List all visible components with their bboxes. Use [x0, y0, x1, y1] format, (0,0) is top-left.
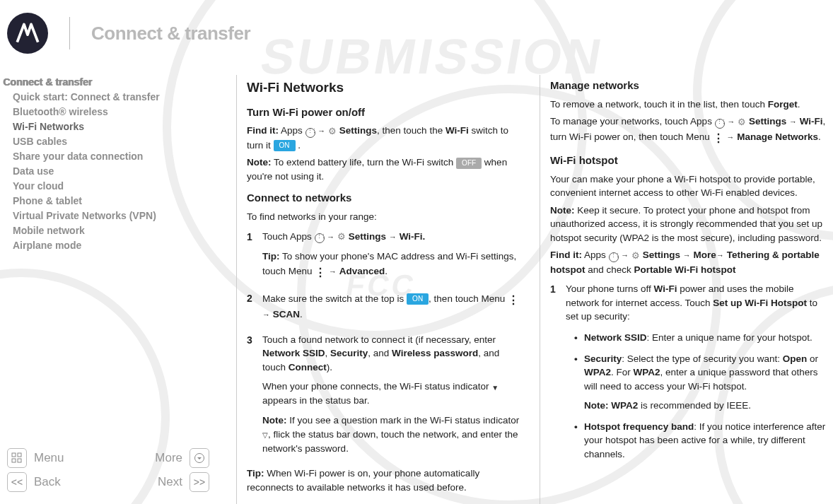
svg-rect-0 [12, 453, 16, 457]
svg-rect-3 [18, 459, 21, 462]
col1-li3-note: Note: If you see a question mark in the … [262, 414, 523, 455]
content-column-1: Wi-Fi Networks Turn Wi-Fi power on/off F… [247, 75, 530, 504]
sidebar-item-cloud[interactable]: Your cloud [3, 179, 219, 194]
sidebar-item-usb[interactable]: USB cables [3, 134, 219, 149]
sidebar-item-vpn[interactable]: Virtual Private Networks (VPN) [3, 209, 219, 223]
sidebar-item-phonetablet[interactable]: Phone & tablet [3, 194, 219, 209]
col1-sub2: Connect to networks [247, 190, 523, 206]
apps-icon [715, 119, 725, 129]
col1-sub1: Turn Wi-Fi power on/off [247, 105, 523, 120]
col2-p5: Find it: Apps Settings More Tethering & … [550, 248, 826, 276]
svg-rect-1 [18, 453, 21, 457]
off-pill: OFF [456, 158, 482, 169]
col2-p2: To manage your networks, touch Apps Sett… [550, 115, 826, 146]
sidebar-item-airplane[interactable]: Airplane mode [3, 238, 219, 253]
apps-icon [609, 252, 619, 262]
col2-p3: Your can make your phone a Wi-Fi hotspot… [550, 172, 826, 200]
sidebar-top-link[interactable]: Connect & transfer [3, 75, 219, 90]
col2-h3a: Manage networks [550, 78, 826, 93]
motorola-logo [7, 13, 48, 54]
sidebar-item-mobile[interactable]: Mobile network [3, 223, 219, 238]
col1-tip2: Tip: When Wi-Fi power is on, your phone … [247, 467, 523, 494]
col1-note1: Note: To extend battery life, turn the W… [247, 156, 523, 183]
wifi-icon [491, 380, 499, 394]
next-icon[interactable]: >> [190, 472, 209, 492]
col1-intro: To find networks in your range: [247, 210, 523, 224]
col2-p1: To remove a network, touch it in the lis… [550, 98, 826, 112]
gear-icon [631, 249, 640, 263]
gear-icon [738, 115, 746, 129]
nav-next-label[interactable]: Next [158, 475, 182, 489]
col1-findit: Find it: Apps Settings, then touch the W… [247, 124, 523, 152]
svg-rect-2 [12, 459, 16, 462]
col1-heading: Wi-Fi Networks [247, 78, 523, 98]
col2-li1: Your phone turns off Wi-Fi power and use… [566, 282, 826, 324]
on-pill: ON [407, 293, 429, 305]
sidebar-item-wifi[interactable]: Wi-Fi Networks [3, 119, 219, 134]
menu-dots-icon [713, 129, 724, 146]
nav-back-label[interactable]: Back [34, 475, 61, 489]
col2-h3b: Wi-Fi hotspot [550, 153, 826, 168]
col1-li2: Make sure the switch at the top is ON, t… [262, 291, 523, 322]
col2-bullet1: Network SSID: Enter a unique name for yo… [574, 331, 826, 345]
back-icon[interactable]: << [7, 472, 27, 492]
menu-icon[interactable] [7, 448, 27, 468]
sidebar-item-datause[interactable]: Data use [3, 164, 219, 179]
col1-li3-p2: When your phone connects, the Wi-Fi stat… [262, 380, 523, 408]
col2-p4: Note: Keep it secure. To protect your ph… [550, 204, 826, 245]
gear-icon [328, 124, 337, 139]
content-column-2: Manage networks To remove a network, tou… [550, 75, 833, 504]
col2-bullet3: Hotspot frequency band: If you notice in… [574, 420, 826, 462]
col2-bullet2: Security: Select the type of security yo… [574, 352, 826, 413]
menu-dots-icon [315, 264, 326, 280]
sidebar-item-share[interactable]: Share your data connection [3, 149, 219, 164]
on-pill: ON [274, 140, 296, 151]
nav-menu-label[interactable]: Menu [34, 451, 64, 465]
header-divider [69, 17, 70, 49]
sidebar-item-quickstart[interactable]: Quick start: Connect & transfer [3, 90, 219, 105]
gear-icon [337, 230, 346, 244]
apps-icon [305, 128, 315, 138]
col1-li3: Touch a found network to connect it (if … [262, 333, 523, 375]
page-title: Connect & transfer [91, 23, 250, 45]
more-icon[interactable] [190, 448, 209, 468]
sidebar-item-bluetooth[interactable]: Bluetooth® wireless [3, 105, 219, 119]
apps-icon [315, 233, 325, 243]
column-divider-2 [540, 75, 540, 504]
column-divider-1 [236, 75, 237, 504]
wifi-question-icon [262, 428, 268, 442]
col1-li1: Touch Apps Settings Wi-Fi. [262, 230, 523, 244]
nav-more-label[interactable]: More [155, 451, 182, 465]
col1-li1-tip: Tip: To show your phone's MAC address an… [262, 250, 523, 280]
menu-dots-icon [508, 291, 519, 307]
